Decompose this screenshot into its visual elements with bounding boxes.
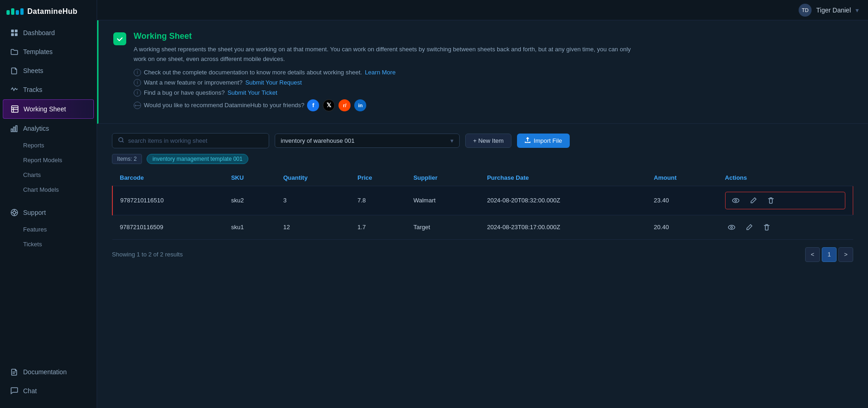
- chevron-down-icon: ▾: [856, 6, 859, 14]
- sidebar-item-dashboard[interactable]: Dashboard: [3, 24, 94, 42]
- view-button[interactable]: [725, 221, 738, 234]
- sidebar-item-features[interactable]: Features: [3, 222, 94, 237]
- user-name: Tiger Daniel: [816, 6, 851, 14]
- table-icon: [11, 105, 19, 113]
- sidebar-item-chat[interactable]: Chat: [3, 382, 94, 400]
- page-1-button[interactable]: 1: [822, 247, 837, 262]
- svg-point-22: [735, 200, 737, 201]
- sidebar-item-label: Features: [23, 226, 47, 233]
- sidebar-item-reports[interactable]: Reports: [3, 138, 94, 152]
- col-supplier: Supplier: [406, 170, 480, 186]
- info-row-text: Check out the complete documentation to …: [144, 69, 362, 76]
- search-icon: [118, 137, 124, 145]
- edit-button[interactable]: [743, 221, 756, 234]
- info-title: Working Sheet: [134, 31, 642, 41]
- next-page-button[interactable]: >: [838, 247, 853, 262]
- delete-button[interactable]: [764, 194, 777, 207]
- svg-rect-4: [12, 106, 18, 112]
- sidebar-bottom: Documentation Chat: [0, 353, 97, 408]
- topbar: TD Tiger Daniel ▾: [97, 0, 868, 20]
- prev-page-button[interactable]: <: [805, 247, 820, 262]
- sidebar-item-templates[interactable]: Templates: [3, 43, 94, 61]
- main-nav: Dashboard Templates Sheets Tracks Workin: [0, 23, 97, 197]
- svg-point-21: [733, 198, 739, 202]
- sidebar-item-label: Chat: [23, 387, 37, 395]
- sidebar-item-label: Templates: [23, 48, 53, 55]
- svg-rect-2: [11, 33, 14, 36]
- sidebar-item-tracks[interactable]: Tracks: [3, 80, 94, 99]
- sidebar-item-sheets[interactable]: Sheets: [3, 61, 94, 80]
- sidebar-item-label: Tickets: [23, 241, 42, 248]
- svg-rect-3: [15, 33, 18, 36]
- info-row-docs: i Check out the complete documentation t…: [134, 69, 642, 76]
- new-item-button[interactable]: + New Item: [465, 134, 511, 148]
- facebook-icon[interactable]: f: [307, 99, 319, 111]
- edit-button[interactable]: [747, 194, 760, 207]
- cell-actions: [718, 186, 853, 215]
- svg-point-23: [728, 225, 735, 229]
- sidebar-item-label: Charts: [23, 171, 41, 178]
- sidebar-item-label: Report Models: [23, 157, 62, 164]
- submit-ticket-link[interactable]: Submit Your Ticket: [228, 89, 277, 96]
- sidebar-item-report-models[interactable]: Report Models: [3, 153, 94, 167]
- doc-icon: [10, 368, 18, 376]
- submit-request-link[interactable]: Submit Your Request: [245, 79, 302, 86]
- cell-barcode: 9787210116509: [112, 215, 224, 239]
- info-row-social: ⟵ Would you like to recommend DatamineHu…: [134, 99, 642, 111]
- sidebar-item-tickets[interactable]: Tickets: [3, 237, 94, 251]
- linkedin-icon[interactable]: in: [354, 99, 366, 111]
- svg-rect-10: [16, 126, 17, 132]
- items-count-badge: Items: 2: [112, 154, 142, 164]
- chart-icon: [10, 124, 18, 133]
- cell-sku: sku1: [224, 215, 276, 239]
- grid-icon: [10, 29, 18, 37]
- svg-rect-0: [11, 30, 14, 32]
- twitter-x-icon[interactable]: 𝕏: [323, 99, 335, 111]
- svg-rect-9: [13, 127, 15, 132]
- reddit-icon[interactable]: r/: [339, 99, 351, 111]
- view-button[interactable]: [729, 194, 742, 207]
- sidebar-item-charts[interactable]: Charts: [3, 168, 94, 182]
- info-circle-icon: i: [134, 89, 141, 97]
- search-box[interactable]: [112, 133, 269, 148]
- sidebar-item-working-sheet[interactable]: Working Sheet: [3, 99, 94, 119]
- file-icon: [10, 67, 18, 75]
- table-row: 9787210116510sku237.8Walmart2024-08-20T0…: [112, 186, 853, 215]
- sidebar-item-analytics[interactable]: Analytics: [3, 119, 94, 138]
- sidebar-item-chart-models[interactable]: Chart Models: [3, 183, 94, 197]
- info-row-text: Find a bug or have questions?: [144, 89, 225, 96]
- sidebar-item-label: Analytics: [23, 125, 49, 132]
- learn-more-link[interactable]: Learn More: [365, 69, 395, 76]
- cell-quantity: 3: [276, 186, 350, 215]
- logo: DatamineHub: [0, 0, 97, 23]
- info-circle-icon: i: [134, 79, 141, 86]
- delete-button[interactable]: [760, 221, 773, 234]
- search-input[interactable]: [128, 137, 263, 144]
- data-table: Barcode SKU Quantity Price Supplier Purc…: [112, 170, 853, 240]
- info-circle-icon: i: [134, 69, 141, 76]
- chat-icon: [10, 387, 18, 395]
- info-description: A working sheet represents the sheet you…: [134, 45, 642, 64]
- col-sku: SKU: [224, 170, 276, 186]
- folder-icon: [10, 48, 18, 56]
- col-amount: Amount: [646, 170, 718, 186]
- info-row-bug: i Find a bug or have questions? Submit Y…: [134, 89, 642, 97]
- sheet-selector[interactable]: inventory of warehouse 001 ▾: [275, 134, 460, 148]
- cell-purchase-date: 2024-08-20T08:32:00.000Z: [480, 186, 646, 215]
- import-file-button[interactable]: Import File: [517, 134, 569, 148]
- cell-amount: 20.40: [646, 215, 718, 239]
- pagination-row: Showing 1 to 2 of 2 results < 1 >: [112, 247, 853, 262]
- sidebar-item-documentation[interactable]: Documentation: [3, 363, 94, 381]
- cell-quantity: 12: [276, 215, 350, 239]
- sidebar-item-support[interactable]: Support: [3, 203, 94, 222]
- import-label: Import File: [534, 137, 562, 144]
- cell-price: 7.8: [350, 186, 406, 215]
- svg-point-12: [13, 211, 16, 214]
- table-controls: inventory of warehouse 001 ▾ + New Item …: [112, 133, 853, 148]
- cell-supplier: Target: [406, 215, 480, 239]
- sidebar-item-label: Sheets: [23, 67, 43, 74]
- sidebar-item-label: Chart Models: [23, 186, 59, 193]
- user-menu[interactable]: TD Tiger Daniel ▾: [799, 4, 859, 17]
- sidebar: DatamineHub Dashboard Templates Sheets: [0, 0, 97, 408]
- support-icon: [10, 208, 18, 217]
